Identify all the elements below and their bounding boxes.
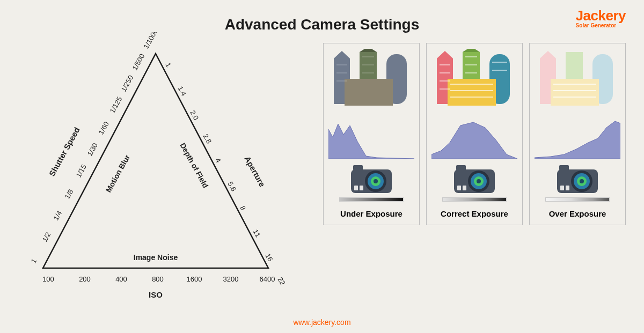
svg-text:400: 400 [115, 275, 127, 283]
svg-rect-75 [443, 198, 506, 201]
cityscape-correct-icon [431, 49, 517, 110]
exposure-meter-over [545, 197, 610, 202]
aperture-side: Aperture Depth of Field 1 1.4 2.0 2.8 4 … [164, 61, 287, 286]
svg-point-45 [374, 179, 378, 183]
exposure-meter-correct [442, 197, 507, 202]
svg-rect-92 [546, 198, 609, 201]
svg-text:1/60: 1/60 [97, 120, 111, 136]
svg-text:1/4: 1/4 [52, 209, 64, 221]
svg-text:8: 8 [238, 204, 247, 212]
svg-rect-90 [560, 186, 564, 190]
svg-marker-31 [360, 49, 377, 52]
exposure-comparison: Under Exposure [323, 43, 626, 225]
svg-text:1/125: 1/125 [108, 95, 124, 115]
motion-blur-label: Motion Blur [104, 153, 132, 194]
svg-rect-68 [456, 165, 466, 171]
exposure-column-under: Under Exposure [323, 43, 420, 225]
camera-icon [556, 164, 599, 195]
svg-rect-41 [353, 165, 363, 171]
svg-rect-54 [448, 79, 496, 106]
shutter-label: Shutter Speed [47, 125, 82, 177]
cityscape-over-icon [535, 49, 620, 110]
exposure-column-correct: Correct Exposure [426, 43, 523, 225]
histogram-over-icon [535, 116, 620, 159]
svg-rect-85 [559, 165, 569, 171]
svg-text:100: 100 [42, 275, 54, 283]
svg-marker-77 [540, 51, 556, 58]
iso-label: ISO [149, 290, 163, 299]
svg-text:1/8: 1/8 [63, 188, 75, 200]
exposure-triangle-svg: Shutter Speed Motion Blur 1 1/2 1/4 1/8 … [21, 32, 290, 311]
exposure-label-correct: Correct Exposure [441, 209, 508, 218]
svg-text:3200: 3200 [223, 275, 239, 283]
camera-icon [453, 164, 496, 195]
svg-text:1/2: 1/2 [41, 231, 53, 243]
histogram-correct-icon [431, 116, 517, 159]
footer-url: www.jackery.com [0, 318, 644, 327]
svg-marker-52 [463, 49, 480, 52]
histogram-under-icon [328, 116, 414, 159]
svg-point-89 [580, 179, 584, 183]
svg-marker-50 [437, 51, 453, 58]
page-title: Advanced Camera Settings [0, 16, 644, 33]
shutter-side: Shutter Speed Motion Blur 1 1/2 1/4 1/8 … [30, 32, 159, 264]
svg-text:1/15: 1/15 [75, 163, 88, 179]
exposure-triangle: Shutter Speed Motion Blur 1 1/2 1/4 1/8 … [21, 32, 290, 311]
cityscape-under-icon [328, 49, 414, 110]
svg-rect-73 [457, 186, 461, 190]
svg-text:4: 4 [214, 157, 223, 164]
svg-text:1/1000: 1/1000 [142, 32, 159, 50]
aperture-label: Aperture [243, 154, 267, 188]
iso-side: Image Noise 100 200 400 800 1600 3200 64… [42, 253, 275, 299]
svg-rect-80 [551, 79, 599, 106]
svg-text:11: 11 [251, 228, 262, 239]
exposure-column-over: Over Exposure [529, 43, 626, 225]
svg-text:200: 200 [79, 275, 91, 283]
svg-marker-29 [334, 51, 350, 58]
svg-text:1600: 1600 [187, 275, 202, 283]
camera-icon [350, 164, 393, 195]
svg-rect-48 [340, 198, 403, 201]
svg-rect-74 [463, 186, 466, 190]
exposure-label-under: Under Exposure [340, 209, 402, 218]
svg-rect-33 [345, 79, 393, 106]
svg-text:6400: 6400 [260, 275, 275, 283]
svg-text:22: 22 [276, 276, 287, 286]
svg-text:1/250: 1/250 [120, 74, 135, 93]
image-noise-label: Image Noise [134, 253, 178, 262]
svg-rect-91 [566, 186, 569, 190]
exposure-label-over: Over Exposure [549, 209, 606, 218]
exposure-meter-under [339, 197, 404, 202]
triangle-outline [43, 54, 268, 268]
svg-text:1/30: 1/30 [86, 142, 99, 157]
svg-rect-47 [360, 186, 363, 190]
svg-text:800: 800 [152, 275, 164, 283]
svg-text:1: 1 [164, 61, 173, 69]
svg-text:1: 1 [30, 257, 39, 265]
svg-point-72 [477, 179, 481, 183]
svg-text:1/500: 1/500 [131, 53, 147, 72]
svg-rect-46 [354, 186, 358, 190]
